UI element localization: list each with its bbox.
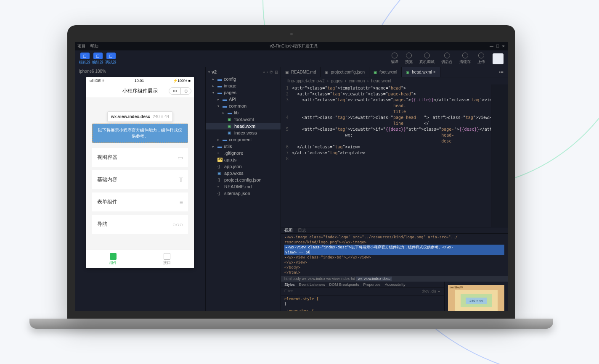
styles-tab[interactable]: Styles — [284, 282, 295, 287]
titlebar: 项目 帮助 v2-FinClip小程序开发工具 — ☐ ✕ — [75, 42, 508, 50]
more-icon[interactable]: ••• — [495, 67, 508, 77]
highlighted-element[interactable]: 以下将展示小程序官方组件能力，组件样式仅供参考。 — [92, 124, 188, 143]
filter-input[interactable]: Filter — [284, 289, 293, 294]
grid-icon — [110, 253, 117, 260]
crumb[interactable]: head.wxml — [371, 79, 391, 83]
close-icon[interactable]: ✕ — [502, 44, 505, 48]
editor-tabs: ▣README.md▣project.config.json▣foot.wxml… — [281, 67, 508, 77]
tree-item[interactable]: ▣head.wxml — [206, 123, 281, 129]
styles-tab[interactable]: Properties — [363, 282, 381, 287]
mode-tab-2[interactable]: ▢调试器 — [105, 53, 117, 65]
laptop-frame: 项目 帮助 v2-FinClip小程序开发工具 — ☐ ✕ ▢模拟器▢编辑器▢调… — [67, 25, 515, 329]
devtools-tab-elements[interactable]: 视图 — [284, 227, 293, 233]
crumb[interactable]: common — [349, 79, 365, 83]
simulator-panel: iphone6 100% ull IDE ᯤ 10:01 ⚡100% ■ 小程序… — [75, 67, 205, 311]
tree-item[interactable]: {}project.config.json — [206, 177, 281, 183]
tree-item[interactable]: ▫README.md — [206, 183, 281, 190]
list-item[interactable]: 表单组件≡ — [92, 193, 188, 211]
crumb[interactable]: pages — [331, 79, 342, 83]
tree-item[interactable]: ▸▬lib — [206, 109, 281, 116]
signal-icon: ull IDE ᯤ — [90, 79, 106, 83]
new-folder-icon[interactable]: ▫ — [266, 70, 268, 74]
refresh-icon[interactable]: ⟳ — [270, 70, 273, 74]
tree-item[interactable]: ▣foot.wxml — [206, 116, 281, 123]
breadcrumb: fino-applet-demo-v2 › pages › common › h… — [281, 77, 508, 84]
dom-crumb[interactable]: wx-view.index-desc — [356, 277, 392, 281]
editor-tab[interactable]: ▣project.config.json — [321, 67, 369, 77]
app-title: 小程序组件展示 — [122, 87, 158, 95]
new-file-icon[interactable]: ▫ — [263, 70, 265, 74]
phone-preview: ull IDE ᯤ 10:01 ⚡100% ■ 小程序组件展示 ••• ⊙ — [86, 77, 194, 268]
avatar[interactable] — [493, 53, 504, 64]
tree-item[interactable]: ▾▬pages — [206, 89, 281, 96]
tree-item[interactable]: {}sitemap.json — [206, 190, 281, 197]
menu-help[interactable]: 帮助 — [90, 43, 98, 49]
dom-breadcrumb: html body wx-view.index wx-view.index-hd… — [281, 276, 508, 282]
maximize-icon[interactable]: ☐ — [496, 44, 499, 48]
ide-window: 项目 帮助 v2-FinClip小程序开发工具 — ☐ ✕ ▢模拟器▢编辑器▢调… — [75, 42, 508, 311]
toolbar: ▢模拟器▢编辑器▢调试器 编译预览真机调试切后台清缓存上传 — [75, 50, 508, 67]
dom-crumb[interactable]: wx-view.index — [302, 277, 326, 281]
dom-crumb[interactable]: body — [293, 277, 301, 281]
action-4[interactable]: 清缓存 — [459, 53, 471, 65]
action-0[interactable]: 编译 — [391, 53, 398, 65]
tree-item[interactable]: {}app.json — [206, 163, 281, 170]
dom-crumb[interactable]: wx-view.index-hd — [326, 277, 355, 281]
window-title: v2-FinClip小程序开发工具 — [98, 43, 490, 49]
action-1[interactable]: 预览 — [405, 53, 413, 65]
tab-components[interactable]: 组件 — [86, 250, 140, 268]
list-item[interactable]: 视图容器▭ — [92, 148, 188, 167]
mode-tab-1[interactable]: ▢编辑器 — [92, 53, 103, 65]
laptop-base — [29, 319, 553, 329]
menu-project[interactable]: 项目 — [77, 43, 86, 49]
tree-item[interactable]: ▸▬component — [206, 136, 281, 143]
action-3[interactable]: 切后台 — [441, 53, 453, 65]
simulator-status: iphone6 100% — [79, 69, 201, 74]
tree-item[interactable]: ▸▬image — [206, 82, 281, 89]
capsule-button[interactable]: ••• ⊙ — [169, 87, 191, 95]
box-model: margin 10 border - padding - 240 × 44 — [445, 282, 508, 311]
code-editor[interactable]: 1<attr">class="tag">template attr">name=… — [281, 84, 491, 227]
tree-item[interactable]: JSapp.js — [206, 156, 281, 163]
style-toggles[interactable]: :hov .cls ＋ — [422, 289, 441, 294]
clock: 10:01 — [135, 79, 144, 83]
dom-tree[interactable]: ▸<wx-image class="index-logo" src="../re… — [281, 234, 508, 276]
devtools: 视图 日志 ▸<wx-image class="index-logo" src=… — [281, 227, 508, 311]
editor-tab[interactable]: ▣README.md — [281, 67, 321, 77]
mode-tab-0[interactable]: ▢模拟器 — [79, 53, 90, 65]
tree-item[interactable]: ▸▬utils — [206, 143, 281, 150]
crumb[interactable]: fino-applet-demo-v2 — [287, 79, 325, 83]
tree-item[interactable]: ▸▬config — [206, 76, 281, 82]
devtools-tab-console[interactable]: 日志 — [298, 227, 306, 233]
styles-tab[interactable]: DOM Breakpoints — [329, 282, 359, 287]
tabbar: 组件 接口 — [86, 250, 194, 268]
styles-tab[interactable]: Accessibility — [385, 282, 406, 287]
action-5[interactable]: 上传 — [477, 53, 485, 65]
list-item[interactable]: 基础内容𝕋 — [92, 170, 188, 189]
tab-api[interactable]: 接口 — [140, 250, 194, 268]
project-root[interactable]: v2 — [212, 69, 217, 74]
collapse-icon[interactable]: ⊟ — [275, 70, 278, 74]
tree-item[interactable]: ▸▬API — [206, 96, 281, 103]
tree-item[interactable]: ▣app.wxss — [206, 170, 281, 177]
tree-item[interactable]: ▾▬common — [206, 103, 281, 109]
editor-tab[interactable]: ▣head.wxml × — [402, 67, 440, 77]
close-icon[interactable]: ⊙ — [181, 88, 191, 94]
phone-statusbar: ull IDE ᯤ 10:01 ⚡100% ■ — [86, 77, 194, 84]
action-2[interactable]: 真机调试 — [419, 53, 435, 65]
tree-item[interactable]: ▣index.wxss — [206, 129, 281, 136]
app-header: 小程序组件展示 ••• ⊙ — [86, 84, 194, 98]
inspect-tooltip: wx-view.index-desc240 × 44 — [107, 111, 173, 122]
minimap[interactable] — [491, 84, 508, 227]
camera-dot — [290, 33, 293, 35]
list-item[interactable]: 导航○○○ — [92, 215, 188, 234]
minimize-icon[interactable]: — — [490, 44, 493, 48]
menu-icon[interactable]: ••• — [169, 88, 181, 94]
dom-crumb[interactable]: html — [284, 277, 292, 281]
tree-item[interactable]: ▫.gitignore — [206, 150, 281, 156]
battery-icon: ⚡100% ■ — [173, 79, 191, 83]
editor-panel: ▣README.md▣project.config.json▣foot.wxml… — [281, 67, 508, 311]
styles-tab[interactable]: Event Listeners — [299, 282, 325, 287]
api-icon — [164, 253, 170, 260]
editor-tab[interactable]: ▣foot.wxml — [369, 67, 402, 77]
